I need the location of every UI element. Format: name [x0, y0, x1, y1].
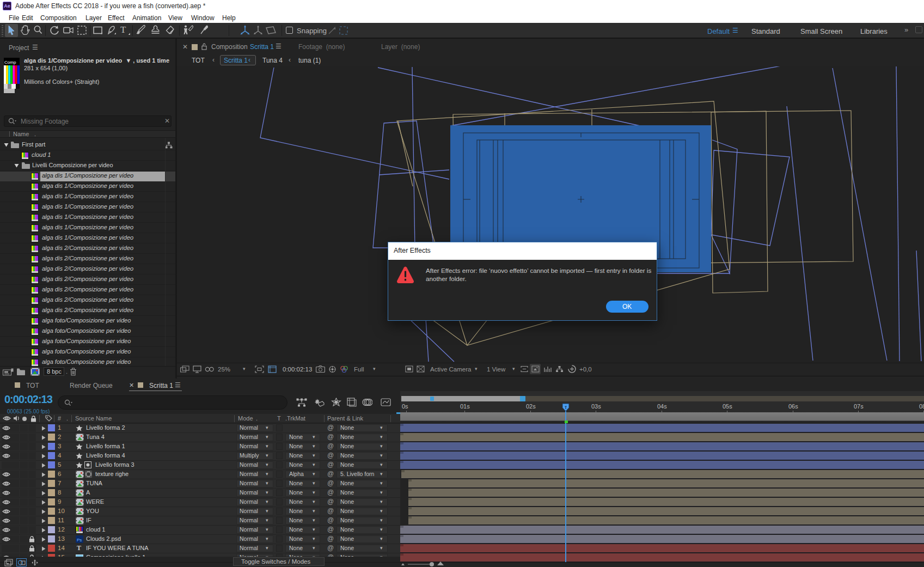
- svg-text:Ps: Ps: [77, 538, 82, 542]
- svg-text:Comp: Comp: [4, 60, 16, 65]
